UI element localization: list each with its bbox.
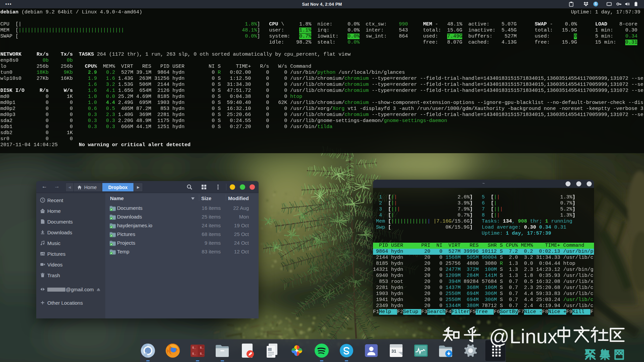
- svg-text:@Linux: @Linux: [489, 325, 557, 348]
